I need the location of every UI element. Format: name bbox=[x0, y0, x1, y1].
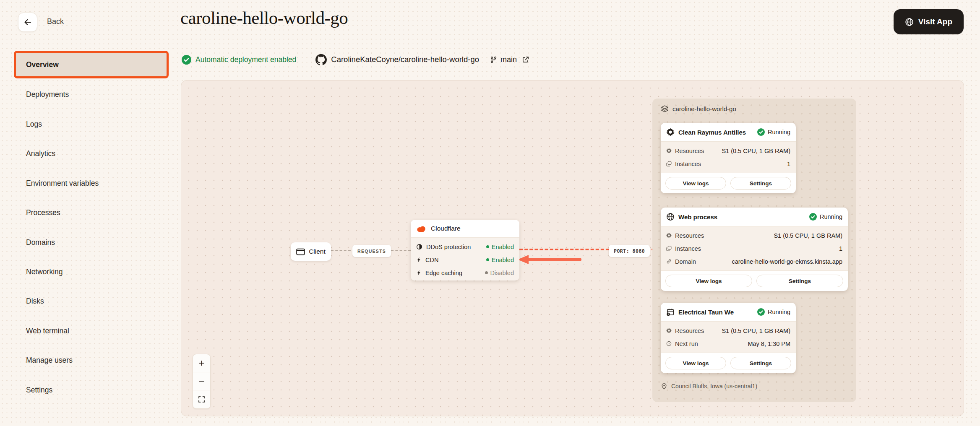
port-edge-label: PORT: 8080 bbox=[609, 245, 650, 257]
zoom-controls: + − bbox=[193, 354, 211, 409]
row-value: S1 (0.5 CPU, 1 GB RAM) bbox=[774, 232, 842, 239]
gear-icon bbox=[666, 148, 672, 153]
sidebar-item-domains[interactable]: Domains bbox=[14, 234, 169, 251]
cloudflare-title: Cloudflare bbox=[431, 225, 461, 232]
gear-icon bbox=[666, 128, 675, 136]
status-badge: Running bbox=[809, 213, 842, 221]
sidebar-item-processes[interactable]: Processes bbox=[14, 204, 169, 221]
layers-icon bbox=[661, 105, 669, 112]
row-value: May 8, 1:30 PM bbox=[748, 340, 790, 347]
datacenter-location: Council Bluffs, Iowa (us-central1) bbox=[661, 383, 757, 390]
instances-icon bbox=[666, 246, 672, 251]
check-circle-icon bbox=[757, 308, 765, 316]
app-group-panel: caroline-hello-world-go Clean Raymus Ant… bbox=[652, 99, 856, 402]
sidebar-item-manage-users[interactable]: Manage users bbox=[14, 352, 169, 369]
bolt-icon bbox=[416, 270, 422, 276]
service-row: Resources S1 (0.5 CPU, 1 GB RAM) bbox=[666, 229, 842, 242]
external-link-icon[interactable] bbox=[522, 56, 529, 63]
sidebar-item-settings[interactable]: Settings bbox=[14, 382, 169, 398]
sidebar-item-label: Disks bbox=[26, 297, 44, 306]
deployment-status-label: Automatic deployment enabled bbox=[195, 55, 296, 64]
row-label: Resources bbox=[675, 148, 704, 154]
row-label: Instances bbox=[675, 161, 701, 167]
cloudflare-row-label: Edge caching bbox=[425, 270, 462, 276]
cloudflare-row-ddos: DDoS protection Enabled bbox=[416, 240, 514, 253]
visit-app-button[interactable]: Visit App bbox=[894, 9, 964, 34]
service-row: Instances 1 bbox=[666, 242, 842, 255]
sidebar-item-label: Processes bbox=[26, 208, 60, 217]
status-badge: Running bbox=[757, 128, 790, 136]
settings-button[interactable]: Settings bbox=[756, 275, 843, 287]
cloudflare-row-status: Disabled bbox=[490, 270, 514, 276]
check-circle-icon bbox=[809, 213, 817, 221]
fullscreen-icon bbox=[198, 396, 205, 403]
service-row: Resources S1 (0.5 CPU, 1 GB RAM) bbox=[666, 144, 790, 157]
gear-icon bbox=[666, 233, 672, 238]
settings-button[interactable]: Settings bbox=[730, 357, 791, 369]
globe-icon bbox=[905, 18, 914, 26]
cloudflare-row-edge-caching: Edge caching Disabled bbox=[416, 266, 514, 279]
cloudflare-node[interactable]: Cloudflare DDoS protection Enabled CDN bbox=[411, 220, 519, 281]
location-pin-icon bbox=[661, 383, 667, 390]
app-group-title: caroline-hello-world-go bbox=[661, 105, 736, 112]
row-label: Next run bbox=[675, 340, 698, 347]
row-label: Resources bbox=[675, 327, 704, 334]
fullscreen-button[interactable] bbox=[193, 390, 210, 408]
row-value: S1 (0.5 CPU, 1 GB RAM) bbox=[722, 327, 790, 334]
deployment-status: Automatic deployment enabled bbox=[182, 55, 296, 65]
back-button[interactable] bbox=[18, 13, 37, 32]
view-logs-button[interactable]: View logs bbox=[665, 357, 726, 369]
row-label: Resources bbox=[675, 232, 704, 239]
sidebar-item-overview[interactable]: Overview bbox=[14, 51, 169, 78]
sidebar-item-networking[interactable]: Networking bbox=[14, 263, 169, 280]
sidebar-item-web-terminal[interactable]: Web terminal bbox=[14, 322, 169, 339]
sidebar-item-label: Web terminal bbox=[26, 327, 69, 335]
diagram-canvas[interactable]: Client REQUESTS PORT: 8080 Cloudflare DD… bbox=[181, 80, 964, 416]
view-logs-button[interactable]: View logs bbox=[665, 275, 752, 287]
sidebar-item-label: Analytics bbox=[26, 149, 55, 158]
sidebar-item-logs[interactable]: Logs bbox=[14, 116, 169, 132]
view-logs-button[interactable]: View logs bbox=[665, 177, 726, 190]
cloudflare-row-status: Enabled bbox=[492, 257, 514, 263]
sidebar-item-label: Manage users bbox=[26, 356, 73, 365]
sidebar-item-deployments[interactable]: Deployments bbox=[14, 86, 169, 103]
row-label: Instances bbox=[675, 245, 701, 252]
service-row: Instances 1 bbox=[666, 157, 790, 170]
service-name: Electrical Taun We bbox=[678, 309, 734, 316]
service-row: Domain caroline-hello-world-go-ekmss.kin… bbox=[666, 255, 842, 268]
traffic-flow-arrow bbox=[528, 258, 581, 261]
row-value: S1 (0.5 CPU, 1 GB RAM) bbox=[722, 148, 790, 154]
settings-button[interactable]: Settings bbox=[730, 177, 791, 190]
ddos-protection-icon bbox=[416, 244, 422, 250]
cloudflare-row-label: DDoS protection bbox=[426, 244, 471, 250]
instances-icon bbox=[666, 161, 672, 166]
visit-app-label: Visit App bbox=[918, 17, 952, 26]
service-name: Web process bbox=[678, 213, 717, 221]
service-card-worker[interactable]: Clean Raymus Antilles Running Resources … bbox=[661, 123, 796, 193]
client-label: Client bbox=[309, 248, 326, 255]
service-card-cron[interactable]: Electrical Taun We Running Resources S1 … bbox=[661, 303, 796, 373]
sidebar-item-environment-variables[interactable]: Environment variables bbox=[14, 175, 169, 192]
sidebar-item-label: Logs bbox=[26, 120, 42, 129]
zoom-in-button[interactable]: + bbox=[193, 354, 210, 372]
service-row: Resources S1 (0.5 CPU, 1 GB RAM) bbox=[666, 324, 790, 337]
cloudflare-row-status: Enabled bbox=[492, 244, 514, 250]
github-icon bbox=[315, 54, 327, 65]
cloudflare-row-cdn: CDN Enabled bbox=[416, 253, 514, 266]
check-circle-icon bbox=[757, 128, 765, 136]
client-node[interactable]: Client bbox=[291, 242, 331, 261]
bolt-icon bbox=[416, 257, 422, 263]
branch-info: main bbox=[490, 55, 529, 64]
zoom-out-button[interactable]: − bbox=[193, 372, 210, 390]
arrow-left-icon bbox=[23, 18, 32, 27]
location-label: Council Bluffs, Iowa (us-central1) bbox=[671, 383, 757, 390]
status-dot bbox=[486, 245, 489, 248]
sidebar-item-disks[interactable]: Disks bbox=[14, 293, 169, 309]
sidebar-item-analytics[interactable]: Analytics bbox=[14, 145, 169, 162]
cloudflare-row-label: CDN bbox=[425, 257, 438, 263]
status-label: Running bbox=[768, 309, 790, 315]
branch-name: main bbox=[500, 55, 517, 64]
service-card-web-process[interactable]: Web process Running Resources S1 (0.5 CP… bbox=[661, 208, 848, 291]
clock-icon bbox=[666, 341, 672, 346]
repo-link: CarolineKateCoyne/caroline-hello-world-g… bbox=[315, 54, 479, 65]
